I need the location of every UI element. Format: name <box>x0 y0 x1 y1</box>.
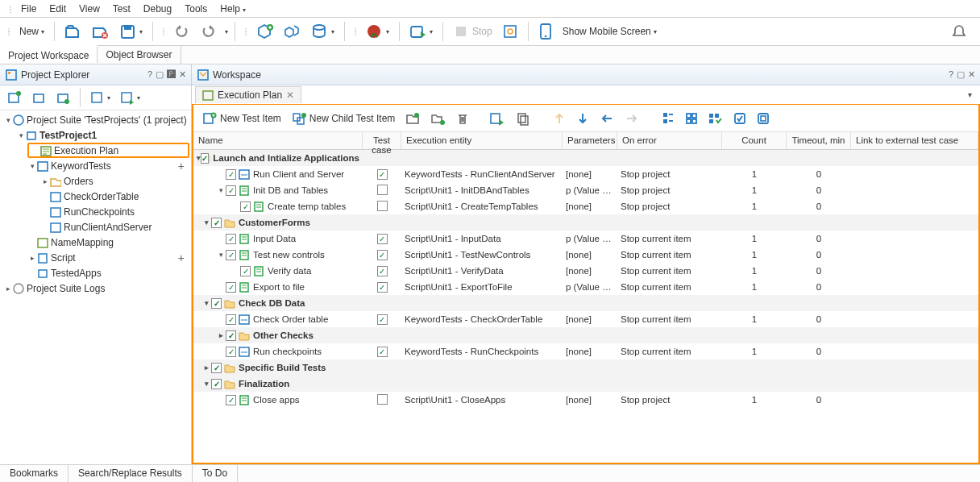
tree-project[interactable]: ▾ TestProject1 <box>15 127 189 143</box>
testcase-checkbox[interactable] <box>377 282 388 293</box>
add-subfolder-icon[interactable] <box>426 109 449 128</box>
move-up-icon[interactable] <box>549 109 570 128</box>
execution-plan-grid[interactable]: Name Test case Execution entity Paramete… <box>193 132 978 463</box>
grid-group-row[interactable]: ▾Finalization <box>193 376 978 392</box>
new-child-test-item-button[interactable]: New Child Test Item <box>288 109 399 128</box>
grid-item-row[interactable]: Close appsScript\Unit1 - CloseApps[none]… <box>193 392 978 408</box>
row-checkbox[interactable] <box>211 298 222 309</box>
tree-checkordertable[interactable]: CheckOrderTable <box>40 189 189 204</box>
tab-todo[interactable]: To Do <box>193 465 238 482</box>
open-icon[interactable] <box>61 21 85 42</box>
add-icon[interactable]: + <box>178 160 185 172</box>
grid-item-row[interactable]: ▾Init DB and TablesScript\Unit1 - InitDB… <box>193 182 978 198</box>
run-selected-icon[interactable] <box>485 109 509 128</box>
pin-icon[interactable]: 🅿 <box>167 69 176 80</box>
testcase-checkbox[interactable] <box>377 394 388 405</box>
row-checkbox[interactable] <box>226 347 236 357</box>
pe-btn-5[interactable]: ▾ <box>117 88 143 107</box>
delete-icon[interactable] <box>451 109 474 128</box>
help-icon[interactable]: ? <box>949 69 953 80</box>
row-checkbox[interactable] <box>226 169 236 180</box>
row-checkbox[interactable] <box>226 395 236 405</box>
expand-icon[interactable]: ▾ <box>216 186 226 194</box>
grid-item-row[interactable]: ▾Test new controlsScript\Unit1 - TestNew… <box>193 247 978 263</box>
grid-group-row[interactable]: ▸Other Checks <box>193 327 978 343</box>
row-checkbox[interactable] <box>211 379 222 389</box>
checklist-icon[interactable] <box>658 109 679 128</box>
project-tree[interactable]: ▾ Project Suite 'TestProjects' (1 projec… <box>0 110 191 464</box>
outdent-icon[interactable] <box>596 110 618 127</box>
row-checkbox[interactable] <box>226 330 236 341</box>
record-icon[interactable]: ▾ <box>363 21 392 42</box>
tree-execution-plan[interactable]: Execution Plan <box>27 143 189 158</box>
col-parameters[interactable]: Parameters <box>563 132 617 149</box>
testcase-checkbox[interactable] <box>377 185 388 195</box>
close-icon[interactable]: ✕ <box>179 69 186 80</box>
expand-icon[interactable]: ▾ <box>216 251 226 259</box>
pe-btn-2[interactable] <box>28 88 49 107</box>
col-link[interactable]: Link to external test case <box>851 132 978 149</box>
col-entity[interactable]: Execution entity <box>401 132 563 149</box>
row-checkbox[interactable] <box>201 153 209 164</box>
col-testcase[interactable]: Test case <box>363 132 401 149</box>
copy-icon[interactable] <box>512 109 534 128</box>
testcase-checkbox[interactable] <box>377 314 388 325</box>
tree-runclientandserver[interactable]: RunClientAndServer <box>40 219 189 235</box>
undo-icon[interactable] <box>171 21 193 42</box>
testcase-checkbox[interactable] <box>377 201 388 211</box>
grid-item-row[interactable]: Input DataScript\Unit1 - InputDatap (Val… <box>193 231 978 247</box>
grid-item-row[interactable]: Check Order tableKeywordTests - CheckOrd… <box>193 311 978 327</box>
expand-icon[interactable]: ▸ <box>201 364 211 372</box>
check-all-icon[interactable] <box>729 110 750 127</box>
testcase-checkbox[interactable] <box>377 234 388 244</box>
pe-btn-1[interactable] <box>4 88 25 107</box>
testcase-checkbox[interactable] <box>377 250 388 260</box>
menu-edit[interactable]: Edit <box>43 2 73 16</box>
menu-help[interactable]: Help <box>214 2 252 16</box>
tab-overflow-icon[interactable]: ▾ <box>968 90 972 99</box>
row-checkbox[interactable] <box>226 282 236 293</box>
tree-suite[interactable]: ▾ Project Suite 'TestProjects' (1 projec… <box>2 112 189 127</box>
tree-namemapping[interactable]: NameMapping <box>27 235 189 250</box>
add-icon[interactable]: + <box>178 251 185 264</box>
row-checkbox[interactable] <box>226 314 236 325</box>
pe-btn-4[interactable]: ▾ <box>87 88 114 107</box>
mobile-icon[interactable] <box>535 20 556 43</box>
tree-testedapps[interactable]: TestedApps <box>27 265 189 280</box>
add-cubes-icon[interactable] <box>280 21 305 42</box>
run-icon[interactable]: ▾ <box>406 21 436 42</box>
add-cube-icon[interactable] <box>253 21 277 42</box>
show-mobile-button[interactable]: Show Mobile Screen▾ <box>559 23 660 39</box>
testcase-checkbox[interactable] <box>377 169 388 180</box>
tab-close-icon[interactable]: ✕ <box>286 89 294 101</box>
tab-search-replace[interactable]: Search/Replace Results <box>69 465 193 482</box>
grid-group-row[interactable]: ▸Specific Build Tests <box>193 359 978 376</box>
row-checkbox[interactable] <box>211 363 222 373</box>
window-icon[interactable]: ▢ <box>957 69 965 80</box>
row-checkbox[interactable] <box>240 266 251 276</box>
tab-bookmarks[interactable]: Bookmarks <box>0 465 69 482</box>
tab-project-workspace[interactable]: Project Workspace <box>0 45 98 63</box>
expand-icon[interactable]: ▾ <box>201 218 211 226</box>
col-name[interactable]: Name <box>193 132 363 149</box>
tree-suite-logs[interactable]: ▸ Project Suite Logs <box>2 280 189 296</box>
row-checkbox[interactable] <box>226 234 236 244</box>
grid-group-row[interactable]: ▾Launch and Intialize Applications <box>193 150 978 166</box>
grid-group-row[interactable]: ▾Check DB Data <box>193 295 978 311</box>
tree-runcheckpoints[interactable]: RunCheckpoints <box>40 204 189 219</box>
window-icon[interactable]: ▢ <box>156 69 164 80</box>
menu-debug[interactable]: Debug <box>137 2 178 16</box>
testcase-checkbox[interactable] <box>377 347 388 357</box>
row-checkbox[interactable] <box>226 185 236 196</box>
redo-icon[interactable] <box>197 21 219 42</box>
stop-button[interactable]: Stop <box>450 21 496 42</box>
col-count[interactable]: Count <box>722 132 787 149</box>
grid-item-row[interactable]: Run checkpointsKeywordTests - RunCheckpo… <box>193 343 978 359</box>
col-onerror[interactable]: On error <box>617 132 722 149</box>
db-icon[interactable]: ▾ <box>308 21 338 42</box>
help-icon[interactable]: ? <box>147 69 152 80</box>
menu-file[interactable]: File <box>15 2 43 16</box>
save-icon[interactable]: ▾ <box>116 21 146 42</box>
col-timeout[interactable]: Timeout, min <box>787 132 851 149</box>
grid-icon[interactable] <box>681 110 702 127</box>
